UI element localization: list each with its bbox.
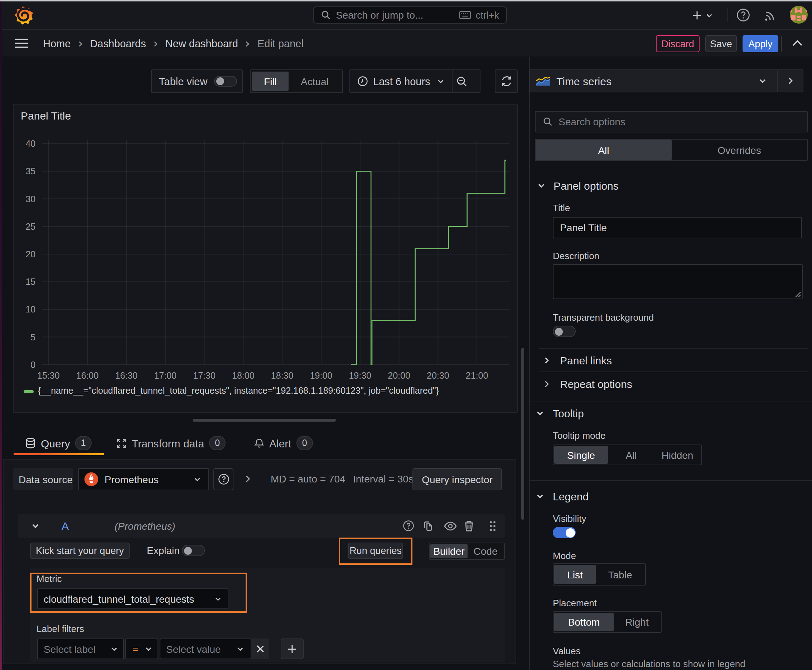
transparent-bg-switch[interactable] bbox=[553, 326, 576, 337]
zoom-out-time-button[interactable] bbox=[453, 70, 471, 92]
datasource-picker[interactable]: Prometheus bbox=[78, 468, 209, 490]
rss-news-button[interactable] bbox=[764, 8, 777, 22]
panel-options-header[interactable]: Panel options bbox=[537, 178, 619, 193]
title-input[interactable]: Panel Title bbox=[553, 217, 802, 239]
breadcrumb-separator bbox=[244, 41, 251, 47]
series-line bbox=[351, 160, 506, 365]
sidebar-divider[interactable] bbox=[529, 57, 530, 670]
query-options-expand[interactable] bbox=[244, 475, 252, 483]
legend-mode-table[interactable]: Table bbox=[596, 565, 644, 584]
duplicate-query-icon[interactable] bbox=[422, 520, 433, 531]
breadcrumb-new-dashboard[interactable]: New dashboard bbox=[165, 38, 238, 49]
breadcrumb-separator bbox=[153, 41, 159, 47]
tooltip-all[interactable]: All bbox=[608, 446, 654, 464]
breadcrumb-dashboards[interactable]: Dashboards bbox=[90, 38, 146, 49]
pane-resize-handle[interactable] bbox=[193, 419, 336, 421]
builder-code-group: Builder Code bbox=[429, 543, 505, 560]
disable-query-icon[interactable] bbox=[444, 521, 457, 531]
legend-mode-list[interactable]: List bbox=[554, 565, 596, 584]
code-option[interactable]: Code bbox=[468, 544, 503, 558]
legend-swatch bbox=[24, 390, 34, 393]
chevron-down-icon bbox=[537, 181, 546, 189]
visibility-switch[interactable] bbox=[553, 527, 576, 538]
query-options-md[interactable]: MD = auto = 704 bbox=[271, 473, 346, 485]
datasource-help-button[interactable] bbox=[214, 468, 234, 490]
table-view-label: Table view bbox=[159, 76, 207, 87]
remove-filter-button[interactable] bbox=[251, 638, 269, 659]
legend-mode-label: Mode bbox=[553, 550, 576, 561]
query-options-interval[interactable]: Interval = 30s bbox=[353, 473, 414, 485]
y-axis-label: 35 bbox=[25, 166, 36, 176]
search-placeholder: Search or jump to... bbox=[336, 9, 423, 21]
placement-bottom[interactable]: Bottom bbox=[554, 613, 614, 631]
scope-all[interactable]: All bbox=[536, 140, 672, 160]
explain-switch[interactable] bbox=[182, 545, 205, 556]
menu-toggle[interactable] bbox=[14, 38, 29, 49]
title-value: Panel Title bbox=[560, 222, 607, 233]
description-textarea[interactable] bbox=[553, 264, 803, 299]
user-avatar[interactable] bbox=[790, 6, 808, 24]
add-filter-button[interactable] bbox=[281, 638, 303, 659]
y-axis-label: 10 bbox=[25, 304, 36, 314]
fill-option[interactable]: Fill bbox=[252, 71, 288, 91]
new-menu-button[interactable] bbox=[692, 7, 713, 23]
explain-label: Explain bbox=[147, 545, 180, 556]
select-value-dropdown[interactable]: Select value bbox=[160, 638, 251, 659]
grafana-logo[interactable] bbox=[14, 6, 34, 25]
save-button[interactable]: Save bbox=[705, 35, 737, 52]
operator-dropdown[interactable]: = bbox=[125, 638, 158, 659]
table-view-switch[interactable] bbox=[214, 76, 237, 86]
repeat-options-section[interactable]: Repeat options bbox=[543, 377, 632, 391]
legend-header[interactable]: Legend bbox=[536, 488, 588, 504]
toggle-viz-picker-button[interactable] bbox=[778, 76, 803, 85]
tooltip-hidden[interactable]: Hidden bbox=[654, 446, 700, 464]
operator-value: = bbox=[132, 643, 138, 655]
topbar-divider bbox=[727, 8, 728, 22]
apply-button[interactable]: Apply bbox=[742, 35, 778, 52]
builder-option[interactable]: Builder bbox=[431, 544, 468, 558]
visualization-picker[interactable]: Time series bbox=[529, 69, 804, 92]
placement-label: Placement bbox=[553, 598, 597, 608]
chart-panel[interactable]: Panel Title 051015202530354015:3016:0016… bbox=[13, 104, 518, 413]
table-view-toggle-box[interactable]: Table view bbox=[151, 69, 243, 93]
collapse-options-button[interactable] bbox=[791, 39, 804, 48]
tab-transform[interactable]: Transform data 0 bbox=[116, 433, 225, 453]
drag-query-handle[interactable] bbox=[489, 520, 496, 531]
query-help-icon[interactable] bbox=[402, 520, 415, 532]
scope-tabs: All Overrides bbox=[535, 139, 808, 161]
help-button[interactable] bbox=[736, 8, 751, 22]
tab-query-label: Query bbox=[41, 437, 70, 449]
refresh-button[interactable] bbox=[495, 69, 518, 93]
tooltip-header[interactable]: Tooltip bbox=[536, 405, 584, 421]
main-scrollbar-thumb[interactable] bbox=[521, 348, 524, 520]
x-axis-label: 17:30 bbox=[193, 371, 215, 381]
search-options-input[interactable]: Search options bbox=[535, 111, 808, 132]
query-inspector-button[interactable]: Query inspector bbox=[412, 468, 502, 490]
x-axis-label: 21:00 bbox=[466, 371, 488, 381]
panel-options-title: Panel options bbox=[554, 179, 619, 191]
search-input[interactable]: Search or jump to... ctrl+k bbox=[313, 7, 507, 24]
time-range-button[interactable]: Last 6 hours bbox=[350, 70, 452, 92]
select-label-dropdown[interactable]: Select label bbox=[37, 638, 124, 659]
tab-alert[interactable]: Alert 0 bbox=[254, 433, 313, 453]
query-row-header[interactable]: A (Prometheus) bbox=[18, 514, 505, 538]
remove-query-icon[interactable] bbox=[464, 520, 474, 531]
tab-alert-badge: 0 bbox=[297, 436, 313, 450]
tooltip-single[interactable]: Single bbox=[554, 446, 608, 464]
kick-start-button[interactable]: Kick start your query bbox=[30, 543, 130, 559]
actual-option[interactable]: Actual bbox=[288, 71, 341, 91]
discard-button[interactable]: Discard bbox=[656, 35, 700, 52]
tab-query[interactable]: Query 1 bbox=[25, 433, 92, 453]
panel-links-section[interactable]: Panel links bbox=[543, 353, 612, 367]
placement-right[interactable]: Right bbox=[614, 613, 660, 631]
bell-icon bbox=[254, 437, 264, 449]
scope-overrides[interactable]: Overrides bbox=[672, 140, 807, 160]
breadcrumb-home[interactable]: Home bbox=[43, 38, 71, 49]
chevron-down-icon bbox=[758, 76, 767, 85]
desktop-edge-strip bbox=[0, 2, 2, 670]
y-axis-label: 25 bbox=[25, 222, 36, 232]
query-datasource-hint: (Prometheus) bbox=[115, 520, 175, 531]
legend-label: {__name__="cloudflared_tunnel_total_requ… bbox=[38, 386, 439, 396]
shortcut-label: ctrl+k bbox=[476, 10, 499, 20]
x-axis-label: 16:00 bbox=[76, 371, 99, 381]
